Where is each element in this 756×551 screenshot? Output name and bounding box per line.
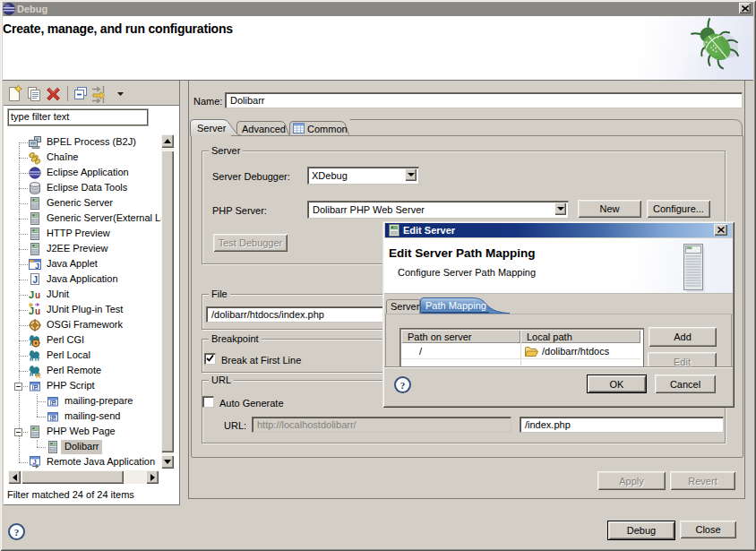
svg-text:R: R <box>36 372 41 379</box>
